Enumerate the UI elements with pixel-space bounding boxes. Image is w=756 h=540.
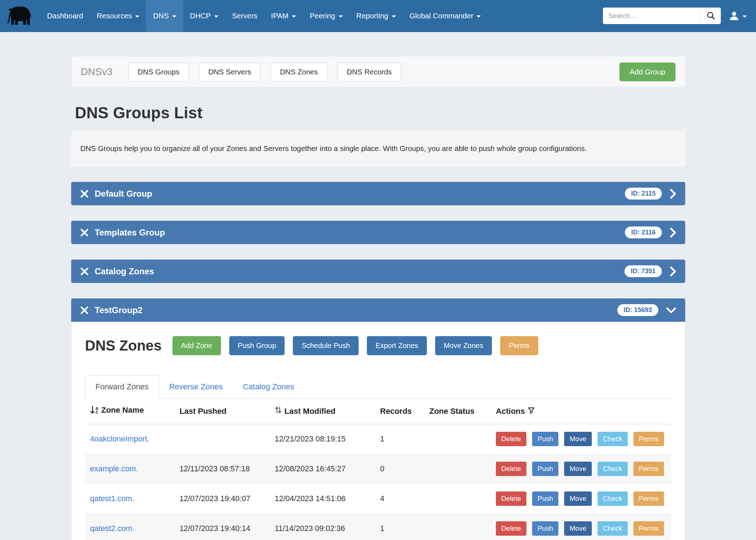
delete-group-icon[interactable] xyxy=(80,228,89,237)
records-cell: 1 xyxy=(377,424,426,454)
delete-group-icon[interactable] xyxy=(80,306,89,315)
nav-label: DNS xyxy=(153,12,169,20)
zone-link[interactable]: example.com. xyxy=(90,465,138,473)
zones-tabs: Forward Zones Reverse Zones Catalog Zone… xyxy=(85,375,671,398)
delete-button[interactable]: Delete xyxy=(496,432,526,446)
user-menu[interactable] xyxy=(729,10,747,21)
tab-catalog-zones[interactable]: Catalog Zones xyxy=(233,376,304,398)
group-bar-testgroup2[interactable]: TestGroup2 ID: 15693 xyxy=(71,298,685,322)
zone-link[interactable]: 4oakcloneImport. xyxy=(90,435,149,443)
group-bar-default-group[interactable]: Default Group ID: 2115 xyxy=(71,182,685,205)
chevron-down-icon xyxy=(292,15,296,18)
filter-funnel-icon[interactable] xyxy=(528,407,535,416)
tab-forward-zones[interactable]: Forward Zones xyxy=(85,375,159,398)
last-pushed-cell: 12/07/2023 19:40:07 xyxy=(176,484,271,514)
delete-button[interactable]: Delete xyxy=(496,491,526,506)
column-label: Last Pushed xyxy=(179,407,226,416)
chevron-right-icon[interactable] xyxy=(670,266,676,276)
nav-item-dns[interactable]: DNS xyxy=(146,0,183,32)
column-header-zone-name[interactable]: AZ Zone Name xyxy=(85,398,176,424)
search-group xyxy=(603,8,721,24)
group-id-badge: ID: 2116 xyxy=(625,226,662,238)
check-button[interactable]: Check xyxy=(598,521,628,536)
last-pushed-cell xyxy=(176,424,271,454)
nav-label: Servers xyxy=(232,12,258,20)
perms-row-button[interactable]: Perms xyxy=(633,491,664,506)
dns-servers-button[interactable]: DNS Servers xyxy=(199,63,261,81)
testgroup2-panel: DNS Zones Add Zone Push Group Schedule P… xyxy=(71,322,685,540)
dns-zones-button[interactable]: DNS Zones xyxy=(271,63,327,81)
check-button[interactable]: Check xyxy=(598,462,628,476)
move-button[interactable]: Move xyxy=(564,432,591,446)
dns-records-button[interactable]: DNS Records xyxy=(337,63,401,81)
perms-button[interactable]: Perms xyxy=(500,336,538,355)
chevron-right-icon[interactable] xyxy=(670,189,676,199)
column-label: Last Modified xyxy=(285,407,336,416)
push-button[interactable]: Push xyxy=(532,462,558,476)
group-id-badge: ID: 15693 xyxy=(617,304,658,316)
perms-row-button[interactable]: Perms xyxy=(633,432,664,446)
schedule-push-button[interactable]: Schedule Push xyxy=(293,336,359,355)
dnsv3-brand: DNSv3 xyxy=(81,66,113,78)
nav-label: Resources xyxy=(97,12,132,20)
nav-label: DHCP xyxy=(190,12,211,20)
nav-item-ipam[interactable]: IPAM xyxy=(264,0,303,32)
add-zone-button[interactable]: Add Zone xyxy=(172,336,221,355)
move-button[interactable]: Move xyxy=(564,521,591,536)
move-button[interactable]: Move xyxy=(564,491,591,506)
top-navbar: Dashboard Resources DNS DHCP Servers IPA… xyxy=(0,0,756,32)
delete-button[interactable]: Delete xyxy=(496,521,526,536)
nav-label: Dashboard xyxy=(47,12,83,20)
column-header-last-modified[interactable]: Last Modified xyxy=(271,398,377,424)
push-group-button[interactable]: Push Group xyxy=(229,336,285,355)
chevron-right-icon[interactable] xyxy=(670,228,676,238)
nav-item-dhcp[interactable]: DHCP xyxy=(183,0,225,32)
push-button[interactable]: Push xyxy=(532,432,558,446)
group-bar-catalog-zones[interactable]: Catalog Zones ID: 7351 xyxy=(71,260,685,283)
zone-status-cell xyxy=(426,424,492,454)
chevron-down-icon[interactable] xyxy=(666,307,676,314)
group-name: TestGroup2 xyxy=(95,305,143,315)
search-button[interactable] xyxy=(701,8,721,24)
push-button[interactable]: Push xyxy=(532,491,558,506)
zone-link[interactable]: qatest2.com. xyxy=(90,524,134,533)
sort-alpha-down-icon: AZ xyxy=(90,406,98,415)
delete-group-icon[interactable] xyxy=(80,267,89,276)
check-button[interactable]: Check xyxy=(598,491,628,506)
actions-cell: Delete Push Move Check Perms xyxy=(492,484,671,514)
perms-row-button[interactable]: Perms xyxy=(633,462,664,476)
export-zones-button[interactable]: Export Zones xyxy=(367,336,427,355)
nav-item-servers[interactable]: Servers xyxy=(225,0,264,32)
mammoth-logo[interactable] xyxy=(7,0,35,32)
sort-unsorted-icon xyxy=(275,406,282,416)
nav-item-dashboard[interactable]: Dashboard xyxy=(40,0,90,32)
tab-reverse-zones[interactable]: Reverse Zones xyxy=(159,376,232,398)
nav-item-resources[interactable]: Resources xyxy=(90,0,146,32)
group-bar-templates-group[interactable]: Templates Group ID: 2116 xyxy=(71,221,685,244)
zone-status-cell xyxy=(426,484,492,514)
nav-item-reporting[interactable]: Reporting xyxy=(350,0,403,32)
zone-link[interactable]: qatest1.com. xyxy=(90,494,134,503)
check-button[interactable]: Check xyxy=(598,432,628,446)
nav-item-global-commander[interactable]: Global Commander xyxy=(403,0,488,32)
column-label: Zone Status xyxy=(429,407,475,416)
move-button[interactable]: Move xyxy=(564,462,591,476)
table-row: 4oakcloneImport. 12/21/2023 08:19:15 1 D… xyxy=(85,424,671,454)
chevron-down-icon xyxy=(392,15,396,18)
actions-cell: Delete Push Move Check Perms xyxy=(492,454,671,484)
push-button[interactable]: Push xyxy=(532,521,558,536)
dns-groups-button[interactable]: DNS Groups xyxy=(128,63,189,81)
add-group-button[interactable]: Add Group xyxy=(619,63,675,81)
move-zones-button[interactable]: Move Zones xyxy=(435,336,492,355)
nav-label: IPAM xyxy=(271,12,289,20)
delete-button[interactable]: Delete xyxy=(496,462,526,476)
panel-head: DNS Zones Add Zone Push Group Schedule P… xyxy=(85,336,671,355)
perms-row-button[interactable]: Perms xyxy=(633,521,664,536)
delete-group-icon[interactable] xyxy=(80,189,89,198)
group-right: ID: 15693 xyxy=(617,304,676,316)
nav-item-peering[interactable]: Peering xyxy=(303,0,350,32)
table-row: qatest1.com. 12/07/2023 19:40:07 12/04/2… xyxy=(85,484,671,514)
column-header-actions[interactable]: Actions xyxy=(492,398,671,424)
column-label: Records xyxy=(380,407,412,416)
search-input[interactable] xyxy=(603,8,701,24)
